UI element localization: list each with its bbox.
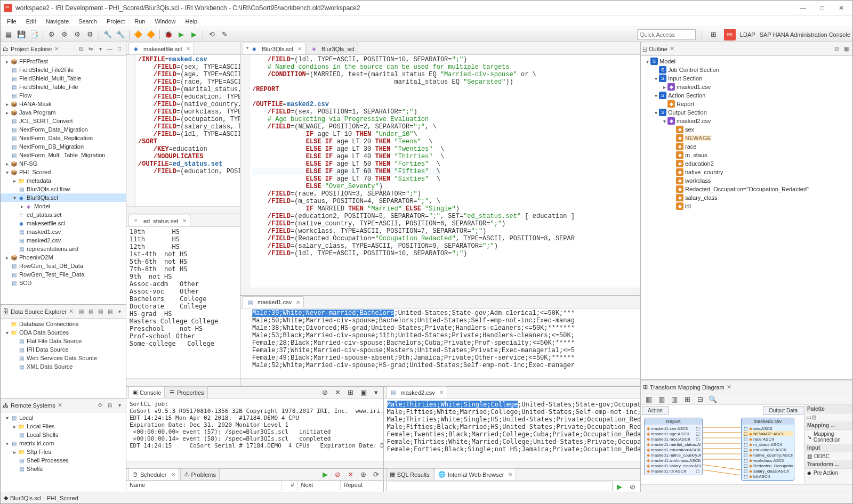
tree-item[interactable]: ▤NextForm_Data_Replication bbox=[1, 134, 126, 142]
browser-go-icon[interactable]: ▶ bbox=[614, 481, 625, 492]
maximize-button[interactable]: □ bbox=[814, 3, 830, 13]
tree-item[interactable]: ▤NextForm_Multi_Table_Migration bbox=[1, 151, 126, 159]
toolbar-icon[interactable]: ▤ bbox=[106, 307, 114, 316]
outline-item[interactable]: ◆Report bbox=[641, 100, 852, 108]
tree-item[interactable]: ▤FieldShield_Multi_Table bbox=[1, 74, 126, 83]
outline-item[interactable]: ◆Redacted_Occupation="Occupation_Redacte… bbox=[641, 185, 852, 193]
tree-item[interactable]: ▤Local Shells bbox=[1, 430, 126, 439]
toolbar-icon[interactable]: ⟲ bbox=[206, 29, 218, 40]
mapping-source[interactable]: ◆masked1.workclass:ASCII▢ bbox=[646, 458, 701, 463]
toolbar-icon[interactable]: 🔶 bbox=[145, 29, 157, 40]
tab-masked1[interactable]: ▤ masked1.csv ✕ bbox=[243, 296, 304, 308]
tree-item[interactable]: ▾📁ODA Data Sources bbox=[1, 328, 126, 337]
tree-item[interactable]: ▤representations.aird bbox=[1, 245, 126, 253]
hscrollbar[interactable] bbox=[384, 461, 641, 468]
run-last-icon[interactable]: ▶ bbox=[188, 29, 200, 40]
perspective-icon[interactable]: ⊞ bbox=[708, 29, 720, 40]
marquee-tool-icon[interactable]: ⊡ bbox=[812, 414, 816, 420]
console-toolbar-icon[interactable]: ⊞ bbox=[345, 386, 357, 398]
menu-navigate[interactable]: Navigate bbox=[42, 17, 73, 26]
tree-item[interactable]: ▸📁metadata bbox=[1, 176, 126, 185]
link-editor-icon[interactable]: ⇆ bbox=[86, 45, 95, 53]
tree-item[interactable]: ▤Flow bbox=[1, 91, 126, 100]
tree-item[interactable]: ▾📦PHI_Scored bbox=[1, 168, 126, 176]
tab-makesetfile[interactable]: ◆ makesetfile.scl ✕ bbox=[128, 43, 194, 54]
mapping-source[interactable]: ◆masked1.age:ASCII▢ bbox=[646, 431, 701, 436]
tab-web-browser[interactable]: 🌐 Internal Web Browser ✕ bbox=[434, 468, 517, 480]
outline-item[interactable]: ▾◆masked2.csv bbox=[641, 117, 852, 125]
close-tab-icon[interactable]: ✕ bbox=[508, 472, 512, 477]
tree-item[interactable]: ◆makesetfile.scl bbox=[1, 219, 126, 227]
toolbar-icon[interactable]: ⊟ bbox=[106, 401, 114, 410]
tree-item[interactable]: ▸📦Java Program bbox=[1, 108, 126, 117]
toolbar-icon[interactable]: ✎ bbox=[219, 29, 230, 40]
mapping-target[interactable]: ▢◆salary_class:ASCII bbox=[743, 468, 793, 474]
outline-item[interactable]: ▾SAction Section bbox=[641, 91, 852, 100]
tree-item[interactable]: ▤FieldShield_Table_File bbox=[1, 83, 126, 91]
makesetfile-editor[interactable]: /INFILE=masked.csv /FIELD=(sex, TYPE=ASC… bbox=[126, 55, 240, 206]
outline-item[interactable]: ◆NEWAGE bbox=[641, 134, 852, 142]
menu-edit[interactable]: Edit bbox=[22, 17, 41, 26]
palette-group[interactable]: Transform ... bbox=[805, 460, 852, 469]
close-tab-icon[interactable]: ✕ bbox=[297, 46, 302, 52]
rs-tree[interactable]: ▾▤Local▸📁Local Files▤Local Shells▾▤matri… bbox=[1, 412, 126, 492]
tree-item[interactable]: ▤Web Services Data Source bbox=[1, 354, 126, 362]
tab-masked2[interactable]: ▤ masked2.csv ✕ bbox=[386, 386, 447, 398]
menu-run[interactable]: Run bbox=[130, 17, 149, 26]
outline-item[interactable]: ◆sex bbox=[641, 125, 852, 134]
maximize-view-icon[interactable]: □ bbox=[115, 45, 124, 53]
close-view-icon[interactable]: ✕ bbox=[54, 46, 59, 52]
diagram-canvas[interactable]: Action Output Data Report ◆masked1.sex:A… bbox=[641, 405, 804, 484]
toolbar-icon[interactable]: ⟳ bbox=[96, 401, 104, 410]
sched-toolbar-icon[interactable]: ▶ bbox=[319, 468, 331, 480]
mapping-target[interactable]: ▢◆workclass:ASCII bbox=[743, 458, 793, 463]
tab-blur3qls[interactable]: ◆ Blur3Qls.scl ✕ bbox=[243, 43, 305, 54]
tree-item[interactable]: ▤JCL_SORT_Convert bbox=[1, 117, 126, 125]
mapping-target[interactable]: ▢◆native_country:ASCII bbox=[743, 452, 793, 458]
diag-tb-icon[interactable]: ▥ bbox=[643, 394, 655, 405]
menu-search[interactable]: Search bbox=[74, 17, 101, 26]
mapping-target[interactable]: ▢◆race:ASCII bbox=[743, 436, 793, 442]
sched-toolbar-icon[interactable]: ⊘ bbox=[332, 468, 344, 480]
tree-item[interactable]: ▤masked1.csv bbox=[1, 227, 126, 236]
toolbar-icon[interactable]: ⚙ bbox=[84, 29, 96, 40]
minimize-view-icon[interactable]: — bbox=[106, 45, 114, 53]
diag-tb-icon[interactable]: ⊞ bbox=[681, 394, 693, 405]
mapping-target[interactable]: ▢◆m_staus:ASCII bbox=[743, 442, 793, 447]
mapping-target[interactable]: ▢◆Redacted_Occupation:ASC bbox=[743, 463, 793, 468]
palette-item[interactable]: ▥ODBC bbox=[805, 452, 852, 460]
mapping-target[interactable]: ▢◆ldl:ASCII bbox=[743, 474, 793, 479]
tree-item[interactable]: ▤Blur3Qls.scl.flow bbox=[1, 185, 126, 193]
hscrollbar[interactable] bbox=[126, 378, 240, 386]
tree-item[interactable]: ▤Flat File Data Source bbox=[1, 337, 126, 345]
toolbar-icon[interactable]: 🔶 bbox=[132, 29, 144, 40]
outline-item[interactable]: ▸◆masked1.csv bbox=[641, 83, 852, 91]
project-explorer-tree[interactable]: ▸📦FFProfTest▤FieldShield_File2File▤Field… bbox=[1, 56, 126, 304]
tree-item[interactable]: ▤NextForm_DB_Migration bbox=[1, 142, 126, 151]
palette-item[interactable]: ↘Mapping Connection bbox=[805, 430, 852, 444]
toolbar-icon[interactable]: ▤ bbox=[77, 307, 85, 316]
sched-toolbar-icon[interactable]: ⊛ bbox=[358, 468, 369, 480]
new-icon[interactable]: ▤ bbox=[3, 29, 14, 40]
console-toolbar-icon[interactable]: ▾ bbox=[371, 386, 382, 398]
toolbar-icon[interactable]: ▦ bbox=[842, 45, 850, 53]
debug-icon[interactable]: 🐞 bbox=[163, 29, 174, 40]
run-icon[interactable]: ▶ bbox=[175, 29, 187, 40]
perspective-ldap[interactable]: LDAP bbox=[740, 31, 755, 38]
mapping-source[interactable]: ◆masked1.salary_class:ASCII▢ bbox=[646, 463, 701, 468]
console-toolbar-icon[interactable]: ▣ bbox=[358, 386, 369, 398]
mapping-target[interactable]: ▢◆education2:ASCII bbox=[743, 447, 793, 452]
sched-toolbar-icon[interactable]: ⟳ bbox=[371, 468, 382, 480]
outline-item[interactable]: ◆salary_class bbox=[641, 193, 852, 202]
view-menu-icon[interactable]: ▾ bbox=[96, 45, 104, 53]
toolbar-icon[interactable]: ⚙ bbox=[71, 29, 83, 40]
tab-scheduler[interactable]: ⏱ Scheduler ✕ bbox=[128, 468, 179, 480]
menu-window[interactable]: Window bbox=[150, 17, 180, 26]
masked2-body[interactable]: Male;Thirties;White;Single;College;Unite… bbox=[384, 399, 641, 461]
iri-perspective-icon[interactable]: IRI bbox=[724, 29, 736, 40]
mapping-source[interactable]: ◆masked1.sex:ASCII▢ bbox=[646, 426, 701, 431]
tree-item[interactable]: ▤Shells bbox=[1, 465, 126, 473]
toolbar-icon[interactable]: ▤ bbox=[96, 307, 104, 316]
toolbar-icon[interactable]: ⊟ bbox=[832, 45, 841, 53]
tree-item[interactable]: ▸◈Model bbox=[1, 202, 126, 210]
